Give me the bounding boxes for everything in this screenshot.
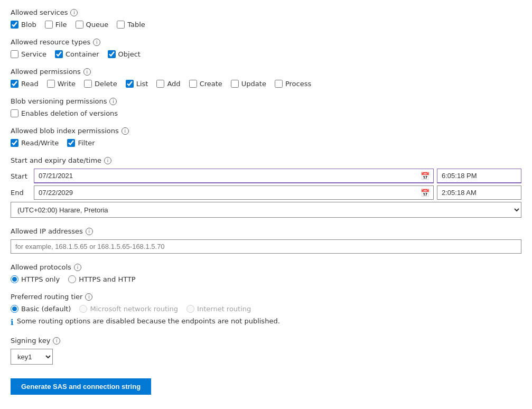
protocol-https-http-input[interactable]: [68, 275, 76, 283]
allowed-resource-types-info-icon[interactable]: i: [93, 39, 100, 46]
start-datetime-row: Start 📅: [11, 169, 521, 183]
blob-index-filter-checkbox[interactable]: Filter: [67, 139, 95, 147]
service-table-checkbox[interactable]: Table: [117, 21, 145, 29]
service-table-input[interactable]: [117, 21, 125, 29]
routing-info-text: ℹ Some routing options are disabled beca…: [11, 317, 521, 327]
perm-read-input[interactable]: [11, 80, 18, 88]
allowed-ip-info-icon[interactable]: i: [86, 228, 93, 235]
signing-key-select[interactable]: key1 key2: [11, 349, 53, 365]
perm-update-input[interactable]: [231, 80, 239, 88]
signing-key-label: Signing key i: [11, 337, 521, 345]
end-datetime-row: End 📅: [11, 185, 521, 200]
resource-container-input[interactable]: [55, 50, 63, 58]
allowed-permissions-label: Allowed permissions i: [11, 68, 521, 76]
allowed-resource-types-checkboxes: Service Container Object: [11, 50, 521, 58]
allowed-permissions-checkboxes: Read Write Delete List Add Create Update: [11, 80, 521, 88]
signing-key-info-icon[interactable]: i: [53, 337, 60, 345]
perm-delete-checkbox[interactable]: Delete: [84, 80, 117, 88]
perm-write-input[interactable]: [47, 80, 55, 88]
allowed-services-label: Allowed services i: [11, 8, 521, 16]
blob-index-readwrite-input[interactable]: [11, 139, 18, 147]
service-file-checkbox[interactable]: File: [45, 21, 67, 29]
service-file-input[interactable]: [45, 21, 53, 29]
perm-add-checkbox[interactable]: Add: [156, 80, 180, 88]
blob-versioning-label: Blob versioning permissions i: [11, 97, 521, 105]
perm-create-checkbox[interactable]: Create: [189, 80, 222, 88]
blob-versioning-title: Blob versioning permissions: [11, 97, 107, 105]
perm-read-checkbox[interactable]: Read: [11, 80, 39, 88]
timezone-select[interactable]: (UTC+02:00) Harare, Pretoria: [11, 202, 521, 218]
blob-index-readwrite-checkbox[interactable]: Read/Write: [11, 139, 59, 147]
end-date-input[interactable]: [34, 185, 434, 200]
start-time-input[interactable]: [437, 169, 521, 183]
allowed-resource-types-label: Allowed resource types i: [11, 38, 521, 46]
allowed-services-title: Allowed services: [11, 8, 68, 16]
perm-process-input[interactable]: [275, 80, 283, 88]
perm-list-checkbox[interactable]: List: [126, 80, 148, 88]
allowed-ip-section: Allowed IP addresses i: [11, 227, 521, 254]
allowed-permissions-info-icon[interactable]: i: [83, 68, 91, 76]
end-time-input[interactable]: [437, 185, 521, 200]
generate-sas-button[interactable]: Generate SAS and connection string: [11, 378, 151, 395]
service-queue-checkbox[interactable]: Queue: [76, 21, 109, 29]
protocol-https-only-input[interactable]: [11, 275, 18, 283]
allowed-services-checkboxes: Blob File Queue Table: [11, 21, 521, 29]
allowed-permissions-section: Allowed permissions i Read Write Delete …: [11, 68, 521, 88]
allowed-ip-input[interactable]: [11, 239, 521, 254]
routing-internet: Internet routing: [186, 305, 251, 313]
blob-index-section: Allowed blob index permissions i Read/Wr…: [11, 127, 521, 147]
blob-index-filter-input[interactable]: [67, 139, 75, 147]
datetime-title: Start and expiry date/time: [11, 156, 101, 164]
routing-tier-label: Preferred routing tier i: [11, 293, 521, 301]
routing-microsoft: Microsoft network routing: [79, 305, 178, 313]
datetime-label: Start and expiry date/time i: [11, 156, 521, 164]
routing-internet-input: [186, 305, 194, 313]
blob-versioning-section: Blob versioning permissions i Enables de…: [11, 97, 521, 117]
resource-object-input[interactable]: [108, 50, 116, 58]
allowed-services-info-icon[interactable]: i: [70, 9, 78, 16]
blob-versioning-info-icon[interactable]: i: [109, 98, 117, 105]
end-label: End: [11, 189, 31, 197]
allowed-resource-types-section: Allowed resource types i Service Contain…: [11, 38, 521, 58]
blob-versioning-checkbox[interactable]: Enables deletion of versions: [11, 109, 521, 117]
service-blob-input[interactable]: [11, 21, 18, 29]
timezone-row: (UTC+02:00) Harare, Pretoria: [11, 202, 521, 218]
perm-create-input[interactable]: [189, 80, 197, 88]
routing-basic-input[interactable]: [11, 305, 18, 313]
datetime-info-icon[interactable]: i: [104, 157, 111, 164]
protocol-https-http[interactable]: HTTPS and HTTP: [68, 275, 136, 283]
resource-service-checkbox[interactable]: Service: [11, 50, 46, 58]
protocol-https-only[interactable]: HTTPS only: [11, 275, 60, 283]
perm-list-input[interactable]: [126, 80, 134, 88]
allowed-protocols-title: Allowed protocols: [11, 263, 71, 271]
blob-index-info-icon[interactable]: i: [122, 127, 129, 135]
perm-write-checkbox[interactable]: Write: [47, 80, 76, 88]
resource-container-checkbox[interactable]: Container: [55, 50, 99, 58]
routing-tier-info-icon[interactable]: i: [85, 293, 92, 301]
allowed-services-section: Allowed services i Blob File Queue Table: [11, 8, 521, 29]
perm-delete-input[interactable]: [84, 80, 92, 88]
protocols-radio-group: HTTPS only HTTPS and HTTP: [11, 275, 521, 283]
routing-radio-group: Basic (default) Microsoft network routin…: [11, 305, 521, 313]
routing-info-icon: ℹ: [11, 318, 14, 327]
allowed-protocols-info-icon[interactable]: i: [74, 264, 81, 271]
resource-service-input[interactable]: [11, 50, 18, 58]
service-queue-input[interactable]: [76, 21, 83, 29]
start-date-input[interactable]: [34, 169, 434, 183]
blob-versioning-input[interactable]: [11, 109, 18, 117]
resource-object-checkbox[interactable]: Object: [108, 50, 141, 58]
routing-tier-title: Preferred routing tier: [11, 293, 82, 301]
routing-tier-section: Preferred routing tier i Basic (default)…: [11, 293, 521, 327]
allowed-permissions-title: Allowed permissions: [11, 68, 81, 76]
perm-add-input[interactable]: [156, 80, 164, 88]
blob-index-label: Allowed blob index permissions i: [11, 127, 521, 135]
allowed-protocols-label: Allowed protocols i: [11, 263, 521, 271]
routing-microsoft-input: [79, 305, 87, 313]
service-blob-checkbox[interactable]: Blob: [11, 21, 36, 29]
perm-update-checkbox[interactable]: Update: [231, 80, 266, 88]
perm-process-checkbox[interactable]: Process: [275, 80, 311, 88]
allowed-protocols-section: Allowed protocols i HTTPS only HTTPS and…: [11, 263, 521, 283]
allowed-ip-label: Allowed IP addresses i: [11, 227, 521, 235]
routing-basic[interactable]: Basic (default): [11, 305, 71, 313]
allowed-ip-title: Allowed IP addresses: [11, 227, 83, 235]
